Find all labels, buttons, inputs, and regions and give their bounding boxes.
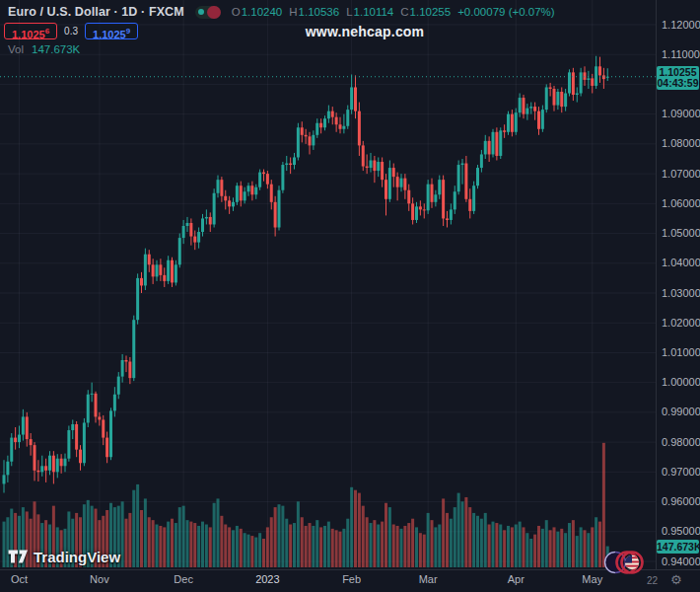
svg-text:0.95000: 0.95000 xyxy=(662,525,700,537)
volume-current-value: 147.673K xyxy=(32,43,80,55)
close-label: C xyxy=(400,6,408,18)
svg-text:0.99000: 0.99000 xyxy=(662,406,700,417)
open-value: 1.10240 xyxy=(242,6,283,18)
svg-text:Dec: Dec xyxy=(174,573,193,585)
tradingview-chart-window: 1.120001.110001.090001.080001.070001.060… xyxy=(0,0,700,592)
tradingview-attribution[interactable]: TradingView xyxy=(8,549,120,565)
svg-text:Apr: Apr xyxy=(508,573,525,585)
svg-text:Feb: Feb xyxy=(342,573,361,585)
svg-text:1.11000: 1.11000 xyxy=(662,48,700,60)
symbol-title[interactable]: Euro / U.S. Dollar · 1D · FXCM xyxy=(8,5,184,19)
svg-text:Mar: Mar xyxy=(419,573,438,585)
tradingview-logo-icon xyxy=(8,550,29,564)
svg-text:Oct: Oct xyxy=(11,573,28,585)
svg-text:1.07000: 1.07000 xyxy=(662,168,700,180)
low-label: L xyxy=(346,6,352,18)
toggle-on-dot-icon xyxy=(198,9,204,15)
svg-text:1.04000: 1.04000 xyxy=(662,257,700,268)
nehcap-logo-icon xyxy=(603,547,649,578)
low-value: 1.10114 xyxy=(354,6,394,18)
svg-text:1.09000: 1.09000 xyxy=(662,108,700,119)
chart-header: Euro / U.S. Dollar · 1D · FXCM O1.10240 … xyxy=(8,5,555,19)
open-label: O xyxy=(232,6,241,18)
watermark-text: www.nehcap.com xyxy=(0,24,700,39)
high-value: 1.10536 xyxy=(299,6,340,18)
svg-text:2023: 2023 xyxy=(255,573,279,585)
candlestick-chart-canvas[interactable]: 1.120001.110001.090001.080001.070001.060… xyxy=(0,0,700,592)
close-value: 1.10255 xyxy=(410,6,452,18)
svg-text:May: May xyxy=(582,573,602,585)
change-value: +0.00079 (+0.07%) xyxy=(457,6,554,18)
svg-text:1.00000: 1.00000 xyxy=(662,376,700,388)
volume-indicator-row[interactable]: Vol 147.673K xyxy=(8,43,80,55)
bar-countdown: 04:43:59 xyxy=(657,78,699,89)
svg-text:0.98000: 0.98000 xyxy=(662,436,700,448)
ohlc-values: O1.10240 H1.10536 L1.10114 C1.10255 +0.0… xyxy=(232,6,555,18)
svg-text:Nov: Nov xyxy=(90,573,109,585)
series-visibility-toggle[interactable] xyxy=(195,6,221,19)
svg-text:0.94000: 0.94000 xyxy=(662,555,700,567)
timezone-clock-label[interactable]: 22 xyxy=(647,575,658,586)
toggle-off-pill-icon xyxy=(207,6,221,19)
high-label: H xyxy=(289,6,297,18)
svg-text:1.03000: 1.03000 xyxy=(662,287,700,299)
svg-text:0.96000: 0.96000 xyxy=(662,495,700,507)
last-price-countdown-badge: 1.10255 04:43:59 xyxy=(657,66,699,90)
gear-icon[interactable]: ⚙ xyxy=(670,572,682,587)
svg-text:1.08000: 1.08000 xyxy=(662,137,700,149)
svg-text:0.97000: 0.97000 xyxy=(662,466,700,478)
svg-text:1.06000: 1.06000 xyxy=(662,197,700,209)
volume-axis-badge: 147.673K xyxy=(657,540,699,554)
svg-text:1.02000: 1.02000 xyxy=(662,317,700,329)
tradingview-logo-text: TradingView xyxy=(34,549,120,565)
volume-label: Vol xyxy=(8,43,24,55)
svg-text:1.05000: 1.05000 xyxy=(662,227,700,239)
svg-text:1.01000: 1.01000 xyxy=(662,346,700,358)
